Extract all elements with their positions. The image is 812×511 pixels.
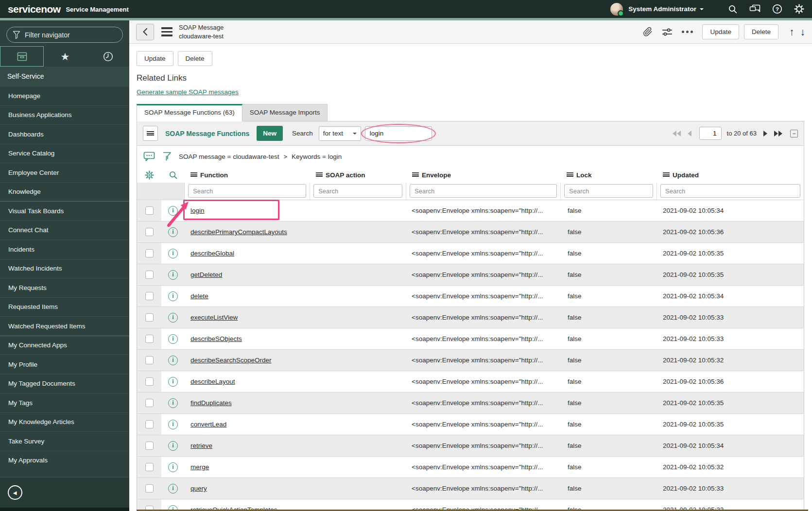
user-menu[interactable]: System Administrator	[628, 5, 696, 13]
sidebar-item[interactable]: Take Survey	[0, 431, 129, 451]
function-link[interactable]: describeGlobal	[190, 250, 234, 257]
next-record-icon[interactable]: ↓	[800, 26, 806, 38]
info-icon[interactable]: i	[168, 291, 178, 301]
sidebar-item[interactable]: My Tags	[0, 393, 129, 412]
function-link[interactable]: describeSObjects	[190, 335, 242, 342]
info-icon[interactable]: i	[168, 356, 178, 365]
function-link[interactable]: convertLead	[190, 421, 226, 428]
sidebar-item[interactable]: Requested Items	[0, 297, 129, 317]
chat-icon[interactable]	[749, 4, 760, 14]
function-link[interactable]: retrieve	[190, 442, 212, 449]
sidebar-item[interactable]: My Requests	[0, 278, 129, 297]
sidebar-item[interactable]: My Knowledge Articles	[0, 412, 129, 432]
filter-navigator-input[interactable]	[25, 31, 117, 39]
info-icon[interactable]: i	[168, 462, 178, 472]
filter-funnel-icon[interactable]	[162, 152, 172, 162]
update-button[interactable]: Update	[137, 51, 173, 66]
column-search-toggle-icon[interactable]	[161, 170, 185, 180]
sidebar-item[interactable]: Employee Center	[0, 163, 129, 182]
form-context-menu-icon[interactable]	[161, 27, 173, 36]
help-icon[interactable]: ?	[772, 4, 782, 14]
more-options-icon[interactable]	[682, 31, 693, 33]
info-icon[interactable]: i	[168, 441, 178, 451]
function-link[interactable]: describeSearchScopeOrder	[190, 357, 272, 364]
row-checkbox[interactable]	[145, 420, 154, 428]
function-link[interactable]: merge	[190, 463, 209, 471]
filter-navigator[interactable]	[6, 27, 123, 43]
tab-favorites[interactable]: ★	[44, 46, 86, 67]
sidebar-item[interactable]: My Approvals	[0, 451, 129, 470]
avatar[interactable]	[610, 3, 623, 16]
row-checkbox[interactable]	[145, 356, 154, 364]
function-link[interactable]: delete	[190, 292, 208, 300]
tab-history[interactable]	[86, 46, 129, 67]
updated-column-search[interactable]	[660, 184, 800, 198]
new-button[interactable]: New	[257, 126, 283, 141]
sidebar-item[interactable]: Watched Requested Items	[0, 316, 129, 336]
info-icon[interactable]: i	[168, 377, 178, 387]
info-icon[interactable]: i	[168, 334, 178, 344]
list-context-menu-icon[interactable]	[143, 126, 158, 141]
row-checkbox[interactable]	[145, 292, 154, 300]
column-header-function[interactable]: Function	[185, 171, 310, 179]
breadcrumb-keywords[interactable]: Keywords = login	[292, 153, 342, 160]
row-checkbox[interactable]	[145, 313, 154, 322]
column-header-updated[interactable]: Updated	[657, 171, 804, 179]
last-page-icon[interactable]	[774, 131, 782, 136]
function-link[interactable]: describePrimaryCompactLayouts	[190, 228, 287, 236]
column-menu-icon[interactable]	[412, 172, 419, 177]
row-checkbox[interactable]	[145, 206, 154, 215]
info-icon[interactable]: i	[168, 249, 178, 258]
generate-sample-link[interactable]: Generate sample SOAP messages	[137, 88, 239, 96]
list-search-input[interactable]	[365, 126, 432, 141]
page-number-input[interactable]	[699, 127, 722, 140]
info-icon[interactable]: i	[168, 484, 178, 494]
info-icon[interactable]: i	[168, 313, 178, 323]
tab-soap-message-functions[interactable]: SOAP Message Functions (63)	[137, 104, 242, 121]
sidebar-item[interactable]: Business Applications	[0, 105, 129, 125]
column-menu-icon[interactable]	[316, 172, 323, 177]
row-checkbox[interactable]	[145, 399, 154, 407]
sidebar-item[interactable]: My Profile	[0, 355, 129, 374]
sidebar-item[interactable]: My Tagged Documents	[0, 374, 129, 393]
delete-button-header[interactable]: Delete	[744, 24, 778, 39]
sidebar-item[interactable]: Knowledge	[0, 182, 129, 202]
tab-all-applications[interactable]	[0, 46, 44, 67]
next-page-icon[interactable]	[763, 131, 767, 136]
function-link[interactable]: login	[190, 207, 205, 214]
info-icon[interactable]: i	[168, 227, 178, 237]
info-icon[interactable]: i	[168, 270, 178, 280]
chevron-down-icon[interactable]	[700, 8, 704, 12]
row-checkbox[interactable]	[145, 442, 154, 450]
collapse-list-icon[interactable]: −	[790, 130, 798, 137]
sliders-icon[interactable]	[662, 28, 673, 36]
sidebar-item[interactable]: Incidents	[0, 239, 129, 259]
sidebar-item[interactable]: Connect Chat	[0, 221, 129, 240]
function-link[interactable]: executeListView	[190, 314, 238, 321]
delete-button[interactable]: Delete	[178, 51, 212, 66]
row-checkbox[interactable]	[145, 377, 154, 386]
search-icon[interactable]	[728, 4, 738, 14]
info-icon[interactable]: i	[168, 398, 178, 408]
info-icon[interactable]: i	[168, 206, 178, 216]
collapse-sidebar-icon[interactable]: ◀	[8, 485, 22, 500]
info-icon[interactable]: i	[168, 420, 178, 429]
back-button[interactable]	[136, 24, 154, 40]
sidebar-item[interactable]: Watched Incidents	[0, 259, 129, 278]
sidebar-section-self-service[interactable]: Self-Service	[0, 67, 129, 86]
paperclip-icon[interactable]	[643, 27, 653, 37]
first-page-icon[interactable]	[673, 131, 681, 136]
sidebar-item[interactable]: My Connected Apps	[0, 336, 129, 355]
update-button-header[interactable]: Update	[702, 24, 739, 39]
gear-icon[interactable]	[794, 4, 804, 14]
row-checkbox[interactable]	[145, 335, 154, 343]
previous-page-icon[interactable]	[688, 131, 691, 136]
column-header-envelope[interactable]: Envelope	[406, 171, 561, 179]
function-link[interactable]: query	[190, 485, 207, 492]
tab-soap-message-imports[interactable]: SOAP Message Imports	[242, 104, 328, 121]
envelope-column-search[interactable]	[410, 184, 557, 198]
previous-record-icon[interactable]: ↑	[789, 26, 795, 38]
function-column-search[interactable]	[188, 184, 306, 198]
row-checkbox[interactable]	[145, 463, 154, 471]
search-type-select[interactable]: for text	[319, 126, 361, 141]
